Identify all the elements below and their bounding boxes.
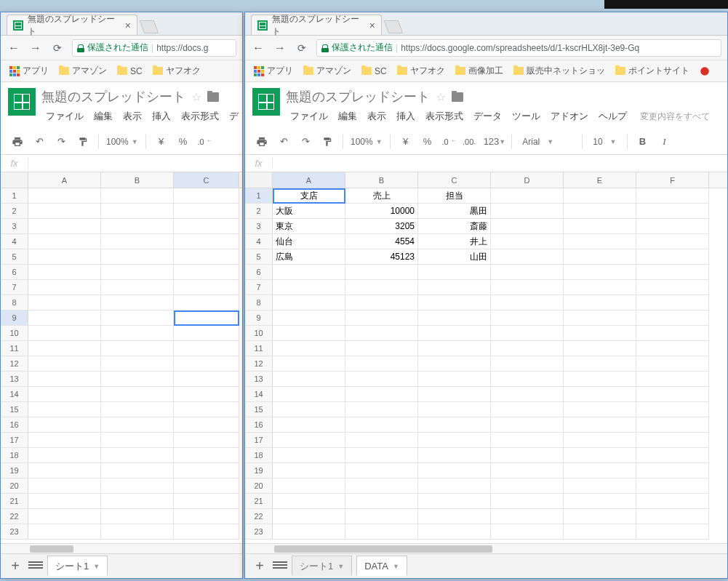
- row-header[interactable]: 5: [1, 249, 28, 265]
- cell[interactable]: [636, 249, 709, 265]
- cell[interactable]: [273, 494, 345, 509]
- cell[interactable]: [491, 524, 564, 540]
- bookmark-item[interactable]: 販売中ネットショッ: [511, 63, 608, 79]
- increase-decimal-icon[interactable]: .00→: [462, 132, 481, 151]
- cell[interactable]: [28, 356, 101, 372]
- cell[interactable]: [564, 463, 636, 478]
- cell[interactable]: [491, 417, 564, 433]
- add-sheet-button[interactable]: +: [251, 558, 268, 574]
- scrollbar-thumb[interactable]: [274, 545, 492, 553]
- cell[interactable]: [636, 524, 709, 540]
- cell[interactable]: [345, 326, 418, 341]
- cell[interactable]: [273, 280, 345, 295]
- cell[interactable]: [345, 494, 418, 509]
- cell[interactable]: [174, 280, 239, 295]
- cell[interactable]: [491, 326, 564, 341]
- column-header[interactable]: A: [28, 172, 101, 188]
- cell[interactable]: [345, 356, 418, 372]
- cell[interactable]: [564, 509, 636, 524]
- bookmark-item[interactable]: ヤフオク: [150, 63, 204, 79]
- cell[interactable]: [273, 478, 345, 494]
- cell[interactable]: [491, 478, 564, 494]
- cell[interactable]: [273, 387, 345, 402]
- row-header[interactable]: 17: [245, 433, 273, 448]
- row-header[interactable]: 6: [1, 265, 28, 280]
- cell[interactable]: [491, 295, 564, 310]
- row-header[interactable]: 5: [245, 249, 273, 265]
- row-header[interactable]: 14: [1, 387, 28, 402]
- cell[interactable]: [345, 509, 418, 524]
- cell[interactable]: [174, 234, 239, 249]
- row-header[interactable]: 14: [245, 387, 273, 402]
- cell[interactable]: [174, 463, 239, 478]
- cell[interactable]: [28, 433, 101, 448]
- cell[interactable]: [28, 494, 101, 509]
- cell[interactable]: [345, 295, 418, 310]
- cell[interactable]: [101, 234, 174, 249]
- cell[interactable]: [345, 524, 418, 540]
- row-header[interactable]: 10: [1, 326, 28, 341]
- cell[interactable]: [174, 402, 239, 417]
- cell[interactable]: [418, 417, 491, 433]
- cell[interactable]: [636, 295, 709, 310]
- cell[interactable]: 売上: [345, 188, 418, 204]
- all-sheets-icon[interactable]: [273, 561, 287, 572]
- cell[interactable]: [101, 204, 174, 219]
- cell[interactable]: [491, 356, 564, 372]
- row-header[interactable]: 12: [1, 356, 28, 372]
- cell[interactable]: [564, 204, 636, 219]
- formula-bar[interactable]: fx: [1, 155, 242, 172]
- cell[interactable]: [174, 310, 239, 326]
- cell[interactable]: [273, 524, 345, 540]
- cell[interactable]: [28, 219, 101, 234]
- cell[interactable]: [28, 387, 101, 402]
- column-header[interactable]: B: [345, 172, 418, 188]
- cell[interactable]: [636, 310, 709, 326]
- cell[interactable]: [174, 387, 239, 402]
- apps-button[interactable]: アプリ: [7, 63, 52, 79]
- menu-item[interactable]: データ: [469, 108, 506, 124]
- cell[interactable]: [273, 372, 345, 387]
- row-header[interactable]: 13: [1, 372, 28, 387]
- menu-item[interactable]: ファイル: [286, 108, 332, 124]
- cell[interactable]: [101, 326, 174, 341]
- row-header[interactable]: 16: [1, 417, 28, 433]
- cell[interactable]: [101, 341, 174, 356]
- cell[interactable]: [636, 356, 709, 372]
- cell[interactable]: [101, 448, 174, 463]
- cell[interactable]: [174, 265, 239, 280]
- percent-icon[interactable]: %: [174, 132, 193, 151]
- undo-icon[interactable]: ↶: [30, 132, 49, 151]
- cell[interactable]: [636, 509, 709, 524]
- sheets-logo-icon[interactable]: [252, 88, 280, 116]
- move-folder-icon[interactable]: [452, 92, 463, 102]
- cell[interactable]: [273, 341, 345, 356]
- cell[interactable]: [564, 448, 636, 463]
- cell[interactable]: [418, 341, 491, 356]
- sheet-tab-menu-icon[interactable]: ▼: [93, 563, 100, 570]
- bold-icon[interactable]: B: [633, 132, 652, 151]
- sheet-tab[interactable]: シート1▼: [292, 556, 352, 576]
- cell[interactable]: [636, 387, 709, 402]
- all-sheets-icon[interactable]: [28, 561, 43, 572]
- cell[interactable]: [345, 417, 418, 433]
- cell[interactable]: [418, 387, 491, 402]
- select-all-corner[interactable]: [1, 172, 28, 188]
- cell[interactable]: [345, 402, 418, 417]
- star-icon[interactable]: ☆: [191, 90, 201, 104]
- cell[interactable]: [101, 265, 174, 280]
- menu-item[interactable]: 表示形式: [421, 108, 468, 124]
- cell[interactable]: 支店: [273, 188, 345, 204]
- column-header[interactable]: C: [418, 172, 491, 188]
- row-header[interactable]: 17: [1, 433, 28, 448]
- cell[interactable]: [28, 204, 101, 219]
- menu-item[interactable]: アドオン: [546, 108, 593, 124]
- cell[interactable]: 山田: [418, 249, 491, 265]
- cell[interactable]: [418, 295, 491, 310]
- cell[interactable]: [418, 402, 491, 417]
- menu-item[interactable]: 挿入: [392, 108, 420, 124]
- cell[interactable]: [418, 265, 491, 280]
- cell[interactable]: 10000: [345, 204, 418, 219]
- menu-item[interactable]: デ: [225, 108, 243, 124]
- cell[interactable]: [491, 387, 564, 402]
